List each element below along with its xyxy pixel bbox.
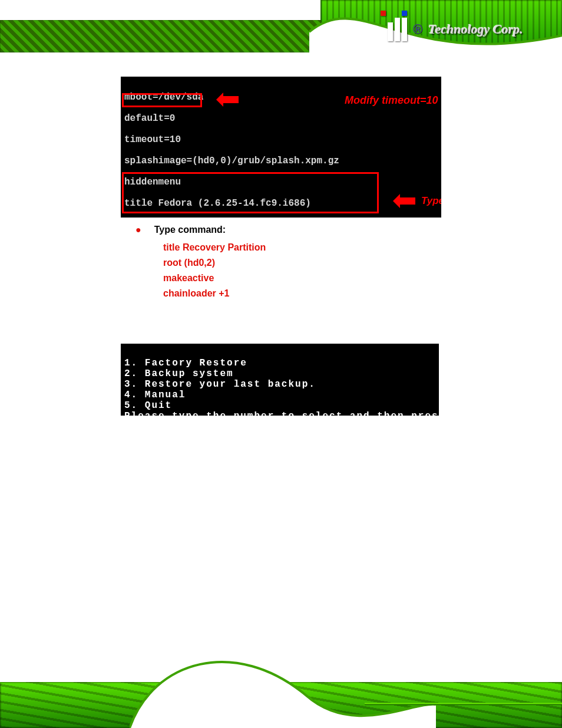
brand-logo-icon xyxy=(388,18,407,41)
grub-line: timeout=10 xyxy=(124,134,438,145)
bullet-icon: ● xyxy=(135,225,141,235)
page-header: ® Technology Corp. xyxy=(0,0,562,65)
recovery-menu-screenshot: 1. Factory Restore 2. Backup system 3. R… xyxy=(121,344,439,416)
page-content: mboot=/dev/sda default=0 timeout=10 spla… xyxy=(0,71,562,416)
footer-swoosh xyxy=(130,648,436,728)
header-pcb-left xyxy=(0,20,321,52)
footer-accent-line xyxy=(365,703,562,704)
command-heading-text: Type command: xyxy=(154,225,226,235)
grub-line: default=0 xyxy=(124,113,438,124)
recovery-line: 3. Restore your last backup. xyxy=(124,379,316,390)
page-footer xyxy=(0,648,562,728)
grub-line: hiddenmenu xyxy=(124,177,438,187)
command-item: chainloader +1 xyxy=(163,286,503,301)
recovery-line: 1. Factory Restore xyxy=(124,358,247,368)
command-item: makeactive xyxy=(163,271,503,286)
command-list: ● Type command: title Recovery Partition… xyxy=(121,225,503,301)
recovery-line: Please type the number to select and the… xyxy=(124,411,493,421)
brand: ® Technology Corp. xyxy=(388,12,541,47)
recovery-line: 4. Manual xyxy=(124,390,186,400)
recovery-line: 5. Quit xyxy=(124,400,172,411)
command-heading: ● Type command: xyxy=(135,225,503,235)
command-item: root (hd0,2) xyxy=(163,255,503,271)
annotation-modify-timeout: Modify timeout=10 xyxy=(345,94,438,107)
grub-config-screenshot: mboot=/dev/sda default=0 timeout=10 spla… xyxy=(121,77,441,218)
command-item: title Recovery Partition xyxy=(163,240,503,255)
registered-mark: ® xyxy=(413,22,422,37)
annotation-type-command: Type command xyxy=(421,195,441,207)
grub-line: splashimage=(hd0,0)/grub/splash.xpm.gz xyxy=(124,156,438,166)
recovery-line: 2. Backup system xyxy=(124,368,234,379)
brand-name: Technology Corp. xyxy=(428,23,523,36)
